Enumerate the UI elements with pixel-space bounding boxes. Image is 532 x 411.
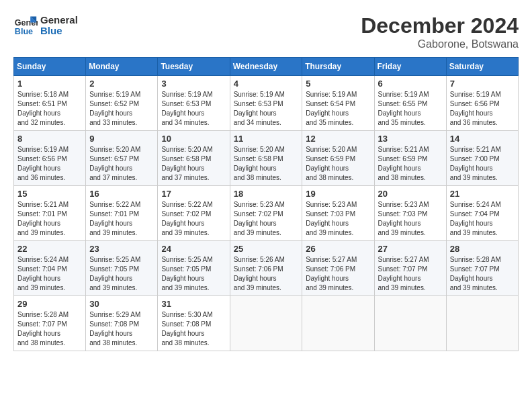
day-number: 7 [450,79,515,89]
day-detail: Sunrise: 5:19 AM Sunset: 6:56 PM Dayligh… [450,90,515,128]
calendar-cell: 4 Sunrise: 5:19 AM Sunset: 6:53 PM Dayli… [230,76,302,131]
day-header: Tuesday [158,58,230,76]
day-detail: Sunrise: 5:24 AM Sunset: 7:04 PM Dayligh… [450,200,515,238]
daylight-label: Daylight hours [450,220,493,227]
daylight-value: and 38 minutes. [378,174,426,181]
day-detail: Sunrise: 5:24 AM Sunset: 7:04 PM Dayligh… [17,255,82,293]
day-header: Wednesday [230,58,302,76]
calendar-cell: 2 Sunrise: 5:19 AM Sunset: 6:52 PM Dayli… [86,76,158,131]
day-detail: Sunrise: 5:19 AM Sunset: 6:52 PM Dayligh… [89,90,154,128]
daylight-value: and 36 minutes. [450,119,498,126]
daylight-value: and 39 minutes. [161,284,209,291]
day-header: Monday [86,58,158,76]
sunrise-label: Sunrise: 5:20 AM [234,146,285,153]
sunrise-label: Sunrise: 5:19 AM [17,146,69,153]
daylight-label: Daylight hours [89,165,132,172]
daylight-label: Daylight hours [17,165,60,172]
sunset-label: Sunset: 7:01 PM [17,210,67,218]
day-detail: Sunrise: 5:21 AM Sunset: 7:00 PM Dayligh… [450,145,515,183]
daylight-label: Daylight hours [378,109,421,117]
daylight-label: Daylight hours [161,220,204,227]
day-number: 2 [89,79,154,89]
day-number: 21 [450,189,515,199]
calendar-cell [446,296,518,351]
daylight-label: Daylight hours [161,275,204,282]
daylight-label: Daylight hours [450,275,493,282]
daylight-label: Daylight hours [17,330,60,337]
day-number: 5 [306,79,370,89]
sunset-label: Sunset: 7:04 PM [17,265,67,273]
day-number: 13 [378,134,443,144]
day-detail: Sunrise: 5:27 AM Sunset: 7:07 PM Dayligh… [378,255,443,293]
daylight-value: and 39 minutes. [17,229,65,236]
sunrise-label: Sunrise: 5:26 AM [234,256,285,263]
day-detail: Sunrise: 5:22 AM Sunset: 7:01 PM Dayligh… [89,200,154,238]
daylight-label: Daylight hours [450,165,493,172]
daylight-label: Daylight hours [234,220,277,227]
sunrise-label: Sunrise: 5:29 AM [89,311,140,318]
logo-blue: Blue [40,26,78,37]
sunset-label: Sunset: 7:08 PM [161,320,211,328]
sunrise-label: Sunrise: 5:25 AM [161,256,212,263]
sunrise-label: Sunrise: 5:28 AM [450,256,501,263]
day-number: 16 [89,189,154,199]
calendar-week-row: 15 Sunrise: 5:21 AM Sunset: 7:01 PM Dayl… [14,186,519,241]
daylight-value: and 39 minutes. [450,174,498,181]
sunset-label: Sunset: 6:53 PM [234,100,283,107]
sunrise-label: Sunrise: 5:30 AM [161,311,212,318]
sunset-label: Sunset: 6:54 PM [306,100,355,107]
sunset-label: Sunset: 6:55 PM [378,100,428,107]
calendar-cell [374,296,446,351]
location: Gaborone, Botswana [361,38,519,50]
day-number: 27 [378,244,443,254]
logo-general: General [40,15,78,26]
daylight-value: and 38 minutes. [234,174,281,181]
daylight-value: and 38 minutes. [306,174,353,181]
day-number: 20 [378,189,443,199]
day-number: 28 [450,244,515,254]
sunrise-label: Sunrise: 5:19 AM [89,91,140,98]
day-number: 9 [89,134,154,144]
sunrise-label: Sunrise: 5:23 AM [378,201,429,208]
day-detail: Sunrise: 5:26 AM Sunset: 7:06 PM Dayligh… [234,255,299,293]
calendar-cell: 27 Sunrise: 5:27 AM Sunset: 7:07 PM Dayl… [374,241,446,296]
day-number: 3 [161,79,226,89]
daylight-value: and 36 minutes. [17,174,65,181]
sunrise-label: Sunrise: 5:18 AM [17,91,69,98]
daylight-label: Daylight hours [234,109,277,117]
daylight-label: Daylight hours [378,165,421,172]
sunrise-label: Sunrise: 5:28 AM [17,311,69,318]
day-number: 12 [306,134,370,144]
day-number: 14 [450,134,515,144]
calendar-cell: 13 Sunrise: 5:21 AM Sunset: 6:59 PM Dayl… [374,131,446,186]
sunset-label: Sunset: 7:01 PM [89,210,139,218]
daylight-value: and 39 minutes. [234,229,281,236]
daylight-label: Daylight hours [89,220,132,227]
sunrise-label: Sunrise: 5:27 AM [378,256,429,263]
sunrise-label: Sunrise: 5:22 AM [161,201,212,208]
calendar-cell: 7 Sunrise: 5:19 AM Sunset: 6:56 PM Dayli… [446,76,518,131]
sunrise-label: Sunrise: 5:25 AM [89,256,140,263]
sunrise-label: Sunrise: 5:19 AM [306,91,357,98]
calendar-cell [302,296,374,351]
daylight-value: and 39 minutes. [234,284,281,291]
sunset-label: Sunset: 7:06 PM [234,265,283,273]
calendar-header: SundayMondayTuesdayWednesdayThursdayFrid… [14,58,519,76]
calendar-cell: 19 Sunrise: 5:23 AM Sunset: 7:03 PM Dayl… [302,186,374,241]
day-detail: Sunrise: 5:19 AM Sunset: 6:54 PM Dayligh… [306,90,370,128]
daylight-label: Daylight hours [378,220,421,227]
sunrise-label: Sunrise: 5:20 AM [89,146,140,153]
day-number: 15 [17,189,82,199]
sunset-label: Sunset: 7:00 PM [450,155,500,163]
day-number: 8 [17,134,82,144]
sunrise-label: Sunrise: 5:21 AM [378,146,429,153]
daylight-value: and 39 minutes. [450,229,498,236]
sunrise-label: Sunrise: 5:21 AM [17,201,69,208]
day-number: 26 [306,244,370,254]
daylight-value: and 39 minutes. [89,284,137,291]
day-number: 30 [89,299,154,309]
calendar-cell: 10 Sunrise: 5:20 AM Sunset: 6:58 PM Dayl… [158,131,230,186]
page-header: General Blue General Blue December 2024 … [13,13,519,50]
day-detail: Sunrise: 5:23 AM Sunset: 7:02 PM Dayligh… [234,200,299,238]
sunrise-label: Sunrise: 5:24 AM [450,201,501,208]
